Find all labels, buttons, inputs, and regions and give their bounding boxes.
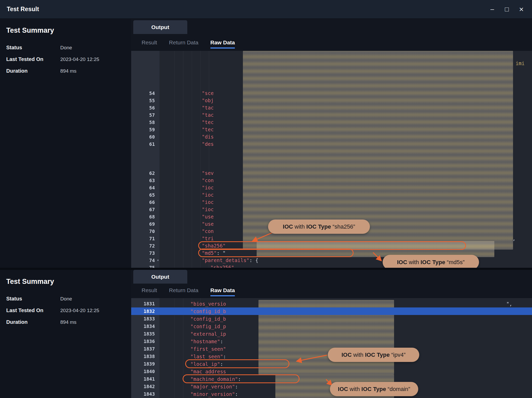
code-row: 1841"machine_domain": xyxy=(131,375,532,383)
code-row: 1831"bios_versio xyxy=(131,300,532,307)
code-row: 65"ioc xyxy=(131,191,532,198)
code-row: 71"tri xyxy=(131,235,532,242)
summary-rows: StatusDoneLast Tested On2023-04-20 12:25… xyxy=(6,296,126,331)
line-number: 1835 xyxy=(131,331,159,337)
line-number: 74▾ xyxy=(131,258,159,263)
line-number: 1833 xyxy=(131,316,159,321)
code-row xyxy=(131,162,532,169)
code-row: 57"tac xyxy=(131,111,532,119)
subtab-raw-data[interactable]: Raw Data xyxy=(210,287,235,296)
summary-label: Last Tested On xyxy=(6,56,60,62)
line-number: 1838 xyxy=(131,354,159,359)
test-result-panel-top: Test Summary StatusDoneLast Tested On202… xyxy=(0,19,532,268)
json-key: "bios_versio xyxy=(190,301,226,307)
line-number: 1843 xyxy=(131,391,159,397)
code-row: 59"tec xyxy=(131,126,532,133)
line-number: 1836 xyxy=(131,339,159,344)
json-key: "config_id_b xyxy=(190,308,226,314)
close-button[interactable]: × xyxy=(515,3,527,15)
code-fragment: , xyxy=(513,235,515,242)
summary-value: 2023-04-20 12:25 xyxy=(60,308,99,313)
code-row: 61"des xyxy=(131,140,532,148)
raw-data-code-viewer[interactable]: 54"sce55"obj56"tac57"tac58"tec59"tec60"d… xyxy=(131,51,532,268)
code-fragment: ", xyxy=(506,300,512,307)
summary-value: Done xyxy=(60,296,72,302)
line-number: 68 xyxy=(131,214,159,219)
subtab-raw-data[interactable]: Raw Data xyxy=(210,39,235,49)
json-key: "hostname" xyxy=(190,339,220,344)
line-number: 1840 xyxy=(131,369,159,374)
subtab-result[interactable]: Result xyxy=(142,287,157,296)
code-row: 1832"config_id_b xyxy=(131,307,532,315)
maximize-button[interactable]: □ xyxy=(501,3,513,15)
line-number: 1834 xyxy=(131,324,159,329)
line-number: 1832 xyxy=(131,308,159,314)
callout-bubble: IOC with IOC Type “domain” xyxy=(330,382,418,396)
code-row: 54"sce xyxy=(131,90,532,97)
summary-value: 894 ms xyxy=(60,319,76,325)
minimize-button[interactable]: – xyxy=(486,3,498,15)
raw-data-code-viewer[interactable]: 1831"bios_versio1832"config_id_b1833"con… xyxy=(131,298,532,398)
sidebar: Test Summary StatusDoneLast Tested On202… xyxy=(0,270,131,398)
tab-output[interactable]: Output xyxy=(133,20,187,34)
code-row: 67"ioc xyxy=(131,206,532,213)
json-key: "dis xyxy=(202,134,214,140)
code-row xyxy=(131,60,532,68)
code-row: 1840"mac_address xyxy=(131,368,532,375)
line-number: 1839 xyxy=(131,361,159,367)
json-key: "ioc xyxy=(202,207,214,212)
json-punctuation: : { xyxy=(249,257,258,263)
summary-value: Done xyxy=(60,45,72,51)
json-key: "sce xyxy=(202,90,214,96)
json-key: "use xyxy=(202,221,214,227)
summary-row: Last Tested On2023-04-20 12:25 xyxy=(6,307,126,313)
tab-output[interactable]: Output xyxy=(133,270,187,284)
json-key: "major_version" xyxy=(190,384,235,389)
callout-bubble: IOC with IOC Type “md5s” xyxy=(383,255,479,268)
summary-value: 894 ms xyxy=(60,68,76,74)
code-row: 62"sev xyxy=(131,169,532,177)
code-row: 55"obj xyxy=(131,97,532,104)
ioc-highlight-box xyxy=(185,359,289,368)
subtab-return-data[interactable]: Return Data xyxy=(169,39,198,49)
code-row: 1834"config_id_p xyxy=(131,322,532,330)
summary-label: Status xyxy=(6,296,60,302)
json-key: "sev xyxy=(202,170,214,176)
line-number: 54 xyxy=(131,91,159,96)
line-number: 69 xyxy=(131,221,159,227)
window-title: Test Result xyxy=(7,6,39,13)
code-row: 1839"local_ip": xyxy=(131,360,532,368)
collapse-caret-icon[interactable]: ▾ xyxy=(157,258,159,262)
line-number: 62 xyxy=(131,170,159,176)
line-number: 73 xyxy=(131,250,159,256)
subtab-result[interactable]: Result xyxy=(142,39,157,49)
summary-value: 2023-04-20 12:25 xyxy=(60,57,99,62)
code-row: 1836"hostname": xyxy=(131,338,532,345)
json-key: "tec xyxy=(202,119,214,125)
summary-label: Duration xyxy=(6,319,60,325)
line-number: 67 xyxy=(131,207,159,212)
summary-row: Duration894 ms xyxy=(6,68,126,74)
line-number: 59 xyxy=(131,127,159,132)
json-key: "last_seen" xyxy=(190,354,223,359)
json-key: "con xyxy=(202,177,214,183)
code-row: 72"sha256" xyxy=(131,242,532,249)
code-rows: 54"sce55"obj56"tac57"tac58"tec59"tec60"d… xyxy=(131,53,532,268)
json-key: "ioc xyxy=(202,192,214,198)
summary-row: Last Tested On2023-04-20 12:25 xyxy=(6,56,126,62)
title-bar: Test Result – □ × xyxy=(0,0,532,19)
line-number: 56 xyxy=(131,105,159,111)
summary-row: StatusDone xyxy=(6,45,126,51)
line-number: 66 xyxy=(131,200,159,205)
line-number: 71 xyxy=(131,236,159,241)
summary-heading: Test Summary xyxy=(6,26,54,35)
json-key: "use xyxy=(202,214,214,219)
line-number: 1841 xyxy=(131,376,159,382)
summary-label: Last Tested On xyxy=(6,307,60,313)
line-number: 60 xyxy=(131,134,159,140)
subtab-return-data[interactable]: Return Data xyxy=(169,287,198,296)
line-number: 70 xyxy=(131,229,159,234)
json-punctuation: : xyxy=(235,391,241,397)
code-row: 56"tac xyxy=(131,104,532,111)
tab-row: Output xyxy=(131,270,532,284)
